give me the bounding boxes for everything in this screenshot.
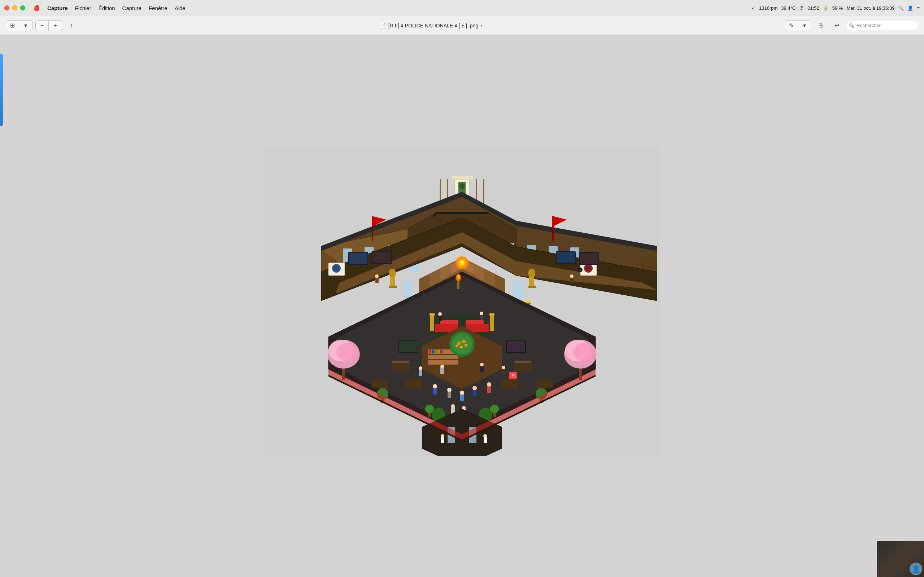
- apple-menu[interactable]: 🍎: [30, 3, 44, 13]
- svg-rect-136: [373, 252, 391, 263]
- view-toggle-group: ⊞ ▾: [6, 20, 32, 31]
- svg-rect-159: [399, 341, 418, 352]
- svg-rect-56: [483, 324, 489, 332]
- zoom-in-button[interactable]: +: [49, 21, 62, 31]
- svg-rect-157: [536, 379, 552, 388]
- svg-point-132: [480, 311, 483, 315]
- svg-rect-64: [428, 360, 459, 364]
- window-title: 📄 [R.F] ¥ POLICE NATIONALE ¥ [ ± ] .png …: [81, 23, 782, 29]
- share-button[interactable]: ↑: [65, 21, 78, 31]
- menubar-right: ✓ 1316rpm 39.4°C ⏱ 01:52 🔋 59 % Mar. 31 …: [751, 5, 920, 11]
- user-avatar-icon[interactable]: 👤: [908, 5, 913, 11]
- svg-point-99: [333, 266, 339, 271]
- maximize-button[interactable]: [20, 5, 25, 10]
- copy-button[interactable]: ⎘: [814, 21, 827, 31]
- view-chevron-button[interactable]: ▾: [19, 21, 32, 31]
- svg-rect-152: [514, 361, 532, 371]
- battery-icon: 🔋: [823, 5, 829, 11]
- svg-rect-146: [528, 285, 536, 288]
- svg-point-40: [460, 260, 464, 263]
- svg-rect-155: [502, 379, 518, 388]
- svg-rect-121: [419, 369, 422, 376]
- svg-rect-52: [440, 320, 459, 324]
- svg-point-71: [452, 334, 472, 354]
- svg-rect-115: [440, 367, 444, 374]
- close-button[interactable]: [4, 5, 10, 10]
- content-area: ✕ 👤: [0, 35, 924, 577]
- svg-marker-17: [437, 212, 491, 214]
- svg-rect-54: [465, 320, 484, 324]
- svg-rect-123: [502, 369, 505, 375]
- svg-rect-138: [557, 252, 575, 263]
- svg-point-120: [451, 404, 455, 408]
- thumbnail-corner: 👤: [877, 541, 924, 577]
- svg-point-175: [579, 269, 582, 271]
- svg-rect-165: [484, 437, 487, 443]
- svg-rect-131: [480, 314, 483, 320]
- menu-capture[interactable]: Capture: [119, 3, 145, 13]
- svg-text:✕: ✕: [512, 373, 515, 377]
- svg-rect-57: [430, 314, 434, 331]
- svg-rect-67: [435, 350, 437, 353]
- svg-rect-125: [375, 277, 379, 283]
- svg-point-72: [457, 342, 461, 345]
- battery-percent: 59 %: [832, 5, 843, 11]
- svg-point-126: [375, 274, 379, 278]
- menu-capture-app[interactable]: Capture: [44, 3, 71, 13]
- cpu-speed: 1316rpm: [759, 5, 777, 11]
- minimize-button[interactable]: [12, 5, 17, 10]
- search-menubar-icon[interactable]: 🔍: [898, 5, 904, 11]
- edit-chevron-button[interactable]: ▾: [798, 21, 811, 31]
- svg-point-84: [573, 343, 595, 361]
- rotate-button[interactable]: ↩: [830, 21, 843, 31]
- menu-aide[interactable]: Aide: [171, 3, 189, 13]
- edit-tools-group: ✎ ▾: [785, 20, 811, 31]
- svg-point-122: [419, 366, 422, 370]
- svg-point-102: [585, 266, 591, 271]
- svg-rect-90: [428, 413, 431, 417]
- svg-rect-153: [515, 361, 531, 363]
- svg-point-124: [502, 366, 505, 369]
- svg-rect-60: [489, 313, 494, 316]
- svg-point-4: [459, 183, 465, 189]
- svg-rect-150: [392, 361, 410, 371]
- title-chevron-icon[interactable]: ▾: [480, 23, 483, 28]
- svg-rect-63: [428, 355, 459, 359]
- svg-rect-167: [441, 437, 444, 443]
- checkmark-icon: ✓: [751, 5, 756, 11]
- svg-point-128: [570, 274, 573, 278]
- svg-point-89: [425, 405, 434, 413]
- svg-rect-55: [435, 324, 441, 332]
- file-name: [R.F] ¥ POLICE NATIONALE ¥ [ ± ] .png: [388, 23, 478, 29]
- svg-rect-59: [430, 313, 435, 316]
- svg-rect-92: [493, 413, 496, 417]
- svg-point-91: [490, 405, 499, 413]
- view-toggle-button[interactable]: ⊞: [6, 21, 19, 31]
- date-time: Mar. 31 oct. à 19:36:39: [846, 5, 894, 11]
- menu-edition[interactable]: Édition: [95, 3, 119, 13]
- edit-pen-button[interactable]: ✎: [785, 21, 798, 31]
- svg-rect-134: [349, 253, 367, 264]
- svg-point-104: [460, 390, 464, 395]
- toolbar-right: ✎ ▾ ⎘ ↩ 🔍: [785, 20, 918, 31]
- svg-point-145: [528, 269, 535, 277]
- svg-point-168: [441, 434, 444, 438]
- svg-rect-127: [570, 277, 573, 283]
- svg-point-80: [336, 343, 358, 361]
- svg-point-116: [440, 364, 444, 368]
- zoom-out-button[interactable]: −: [36, 21, 49, 31]
- game-scene: ✕: [263, 146, 661, 456]
- svg-point-106: [472, 386, 477, 390]
- svg-point-73: [462, 340, 465, 343]
- svg-rect-113: [480, 366, 484, 372]
- menu-fenetre[interactable]: Fenêtre: [145, 3, 171, 13]
- svg-rect-143: [389, 285, 397, 288]
- svg-point-76: [456, 344, 459, 347]
- svg-point-75: [465, 344, 467, 347]
- svg-point-112: [433, 384, 437, 388]
- control-center-icon[interactable]: ≡: [917, 5, 920, 11]
- svg-rect-161: [507, 341, 525, 352]
- menu-fichier[interactable]: Fichier: [71, 3, 95, 13]
- traffic-lights: [4, 5, 25, 10]
- search-input[interactable]: [846, 21, 918, 30]
